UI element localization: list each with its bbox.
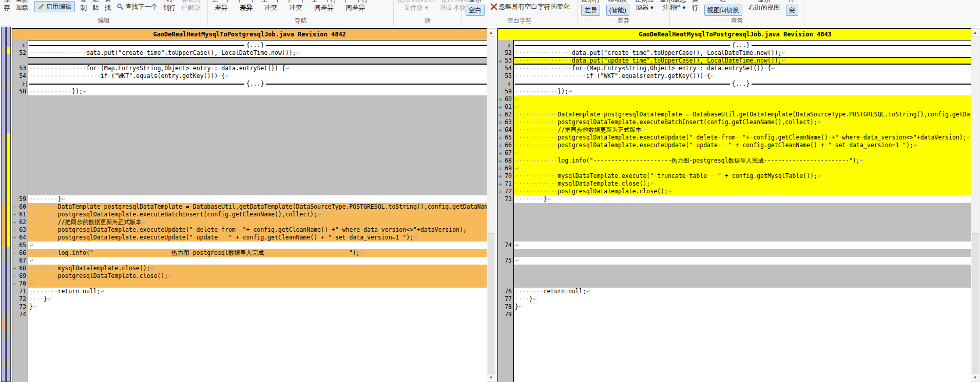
code-text[interactable] bbox=[514, 311, 972, 318]
code-text[interactable] bbox=[28, 311, 487, 318]
code-text[interactable]: ····}↵ bbox=[514, 295, 972, 303]
fold-marker-icon[interactable]: ⇕ bbox=[507, 80, 512, 88]
code-line[interactable]: 72····}↵ bbox=[12, 295, 487, 303]
code-line[interactable]: 71········return·null;↵ bbox=[12, 288, 487, 295]
code-line[interactable]: −68········mysqlDataTemplate.close();↵ bbox=[12, 265, 487, 272]
code-text[interactable]: ············postgresqlDataTemplate.execu… bbox=[514, 118, 972, 126]
code-line[interactable]: +70············mysqlDataTemplate.execute… bbox=[498, 172, 972, 180]
code-text[interactable]: ····················if·("WKT".equals(ent… bbox=[28, 72, 487, 80]
scroll-down-arrow[interactable]: ▼ bbox=[487, 373, 495, 381]
code-line[interactable]: +69↵ bbox=[498, 165, 972, 172]
code-line[interactable]: −66········log.info("-------------------… bbox=[12, 249, 487, 257]
code-text[interactable]: }↵ bbox=[28, 303, 487, 311]
code-line[interactable]: 58············});↵ bbox=[12, 88, 487, 95]
toolbar-button-差异[interactable]: 上一个差异 bbox=[210, 0, 233, 12]
code-text[interactable]: ············postgresqlDataTemplate.execu… bbox=[514, 142, 972, 149]
code-text[interactable]: ········postgresqlDataTemplate.close();↵ bbox=[28, 272, 487, 280]
code-line[interactable]: +60↵ bbox=[498, 95, 972, 103]
code-line[interactable]: 52················data.put("create_time"… bbox=[12, 49, 487, 57]
code-text[interactable]: ················data.put("create_time".t… bbox=[514, 49, 972, 57]
code-text[interactable]: ↵ bbox=[514, 149, 972, 157]
code-text[interactable]: ↵ bbox=[28, 257, 487, 265]
toolbar-button-空白[interactable]: 显示空白 bbox=[464, 0, 486, 16]
toolbar-button-贴[interactable]: 粘贴 bbox=[91, 0, 101, 12]
code-text[interactable]: ····················if·("WKT".equals(ent… bbox=[514, 72, 972, 80]
code-text[interactable]: ········postgresqlDataTemplate.executeUp… bbox=[28, 226, 487, 234]
toolbar-button-(智能)[interactable]: 移动块(智能) bbox=[605, 0, 631, 16]
code-line[interactable]: +61↵ bbox=[498, 103, 972, 111]
toolbar-button-滤器[interactable]: 正则过滤器 ▾ bbox=[633, 0, 656, 12]
toolbar-button-忽略所有空白字符的变化[interactable]: 忽略所有空白字符的变化 bbox=[489, 0, 571, 11]
code-text[interactable]: ↵ bbox=[28, 280, 487, 288]
code-line[interactable]: +62············DataTemplate·postgresqlDa… bbox=[498, 111, 972, 118]
toolbar-button-查找下一个[interactable]: 查找下一个 bbox=[115, 0, 159, 11]
toolbar-button-到行[interactable]: 转到行 bbox=[162, 0, 178, 12]
code-line[interactable]: +68············log.info("---------------… bbox=[498, 157, 972, 165]
code-text[interactable]: ················for·(Map.Entry<String,Ob… bbox=[28, 65, 487, 72]
code-line[interactable]: +64············//把同步的数据更新为正式版本↵ bbox=[498, 126, 972, 134]
code-line[interactable]: 74 bbox=[12, 311, 487, 318]
code-text[interactable]: ↵ bbox=[28, 242, 487, 249]
toolbar-button-差异[interactable]: 下一个差异 bbox=[235, 0, 258, 12]
collapsed-section-row[interactable]: ⇕{...} bbox=[12, 42, 487, 49]
toolbar-button-视图间切换[interactable]: 在视图间切换 bbox=[703, 0, 744, 16]
code-text[interactable]: ················data.put("create_time".t… bbox=[28, 49, 487, 57]
code-text[interactable]: ········}↵ bbox=[28, 195, 487, 203]
alignment-gap-row[interactable] bbox=[498, 265, 972, 288]
code-line[interactable]: −62········//把同步的数据更新为正式版本↵ bbox=[12, 218, 487, 226]
code-line[interactable]: +72············postgresqlDataTemplate.cl… bbox=[498, 188, 972, 195]
toolbar-button-存[interactable]: 保存 bbox=[2, 0, 12, 12]
code-text[interactable]: ············mysqlDataTemplate.close();↵ bbox=[514, 180, 972, 188]
code-line[interactable]: 75↵ bbox=[498, 257, 972, 265]
code-text[interactable]: ········postgresqlDataTemplate.executeUp… bbox=[28, 234, 487, 242]
code-text[interactable]: ········return·null;↵ bbox=[28, 288, 487, 295]
code-text[interactable]: ········postgresqlDataTemplate.executeBa… bbox=[28, 211, 487, 218]
code-text[interactable]: ············postgresqlDataTemplate.execu… bbox=[514, 134, 972, 142]
collapsed-section-label[interactable]: {...} bbox=[730, 81, 752, 87]
code-line[interactable]: −70↵ bbox=[12, 280, 487, 288]
toolbar-button-找[interactable]: 查找 bbox=[103, 0, 113, 12]
code-text[interactable]: ↵ bbox=[514, 242, 972, 249]
code-text[interactable]: ↵ bbox=[514, 165, 972, 172]
toolbar-button-加载[interactable]: 重新加载 bbox=[14, 0, 30, 12]
code-text[interactable]: ↵ bbox=[514, 103, 972, 111]
toolbar-button-间差异[interactable]: 上一个行间差异 bbox=[310, 0, 338, 12]
code-text[interactable]: ········mysqlDataTemplate.close();↵ bbox=[28, 265, 487, 272]
code-line[interactable]: 76········return·null;↵ bbox=[498, 288, 972, 295]
scroll-up-arrow[interactable]: ▲ bbox=[487, 29, 495, 37]
fold-marker-icon[interactable]: ⇕ bbox=[22, 42, 27, 49]
code-line[interactable]: 78}↵ bbox=[498, 303, 972, 311]
scroll-up-arrow[interactable]: ▲ bbox=[971, 29, 979, 37]
code-text[interactable]: ········log.info("----------------------… bbox=[28, 249, 487, 257]
code-line[interactable]: −69········postgresqlDataTemplate.close(… bbox=[12, 272, 487, 280]
code-text[interactable]: ············//把同步的数据更新为正式版本↵ bbox=[514, 126, 972, 134]
code-line[interactable]: −63········postgresqlDataTemplate.execut… bbox=[12, 226, 487, 234]
alignment-gap-row[interactable] bbox=[498, 249, 972, 257]
scroll-down-arrow[interactable]: ▼ bbox=[971, 373, 979, 381]
code-text[interactable]: ············log.info("------------------… bbox=[514, 157, 972, 165]
code-text[interactable]: ············});↵ bbox=[514, 88, 972, 95]
locator-bar-left[interactable] bbox=[1, 27, 6, 382]
code-line[interactable]: 54····················if·("WKT".equals(e… bbox=[12, 72, 487, 80]
code-line[interactable]: 73}↵ bbox=[12, 303, 487, 311]
right-pane-scrollbar[interactable]: ▲ ▼ bbox=[971, 28, 979, 382]
toolbar-button-突[interactable]: 冲突 bbox=[784, 0, 800, 16]
toolbar-button-行[interactable]: 换行 bbox=[690, 0, 700, 12]
code-line[interactable]: 79 bbox=[498, 311, 972, 318]
code-line[interactable]: +67↵ bbox=[498, 149, 972, 157]
code-text[interactable]: ············postgresqlDataTemplate.close… bbox=[514, 188, 972, 195]
code-text[interactable]: ↵ bbox=[514, 257, 972, 265]
collapsed-section-label[interactable]: {...} bbox=[244, 81, 266, 87]
code-line[interactable]: 53················for·(Map.Entry<String,… bbox=[12, 65, 487, 72]
toolbar-button-差异[interactable]: 显示行差异 bbox=[580, 0, 602, 16]
code-line[interactable]: 55····················if·("WKT".equals(e… bbox=[498, 72, 972, 80]
code-line[interactable]: +71············mysqlDataTemplate.close()… bbox=[498, 180, 972, 188]
toolbar-button-冲突[interactable]: 下一个冲突 bbox=[285, 0, 308, 12]
code-line[interactable]: 77····}↵ bbox=[498, 295, 972, 303]
toolbar-button-间差异[interactable]: 下一个行间差异 bbox=[341, 0, 370, 12]
code-text[interactable]: ············mysqlDataTemplate.execute("·… bbox=[514, 172, 972, 180]
scrollbar-thumb[interactable] bbox=[488, 233, 494, 375]
code-line[interactable]: 59········}↵ bbox=[12, 195, 487, 203]
code-text[interactable]: ········//把同步的数据更新为正式版本↵ bbox=[28, 218, 487, 226]
code-line[interactable]: +53················data.put("update_time… bbox=[498, 57, 972, 65]
